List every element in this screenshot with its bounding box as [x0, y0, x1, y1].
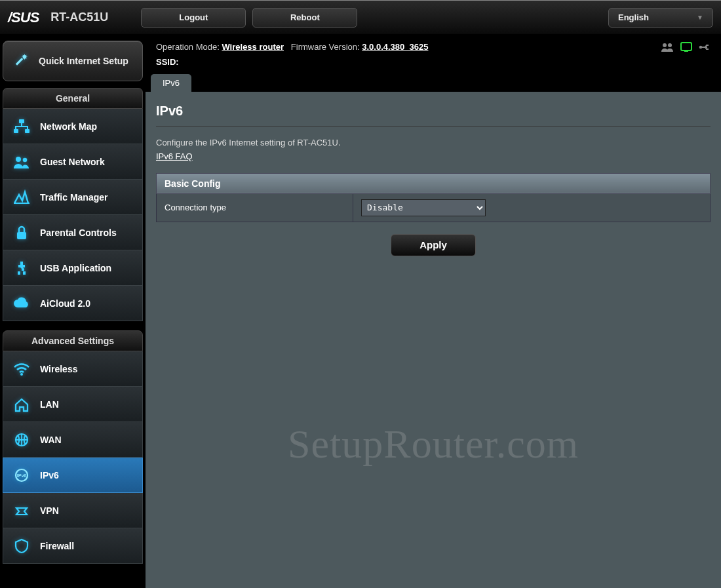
sidebar-item-label: Traffic Manager	[40, 192, 107, 203]
sidebar-item-wireless[interactable]: Wireless	[3, 351, 143, 387]
reboot-button[interactable]: Reboot	[252, 8, 357, 28]
page-title: IPv6	[156, 104, 711, 127]
content-area: Operation Mode: Wireless router Firmware…	[146, 34, 721, 588]
general-header: General	[3, 88, 143, 109]
status-icons	[661, 39, 711, 52]
sidebar-item-label: USB Application	[40, 263, 111, 273]
op-mode-label: Operation Mode:	[156, 42, 220, 52]
svg-point-11	[668, 43, 672, 47]
sidebar-item-label: Firewall	[40, 541, 74, 551]
asus-logo: /SUS	[8, 9, 39, 26]
svg-point-6	[20, 373, 23, 376]
basic-config-header: Basic Config	[157, 173, 711, 193]
ssid-label: SSID:	[156, 57, 179, 67]
sidebar-item-guest-network[interactable]: Guest Network	[3, 144, 143, 180]
tab-ipv6[interactable]: IPv6	[151, 74, 191, 92]
sidebar-item-traffic-manager[interactable]: Traffic Manager	[3, 180, 143, 215]
clients-icon[interactable]	[661, 42, 674, 52]
vpn-icon	[11, 501, 32, 520]
sidebar-item-label: IPv6	[40, 470, 59, 480]
sidebar-item-network-map[interactable]: Network Map	[3, 109, 143, 144]
fw-label: Firmware Version:	[291, 42, 360, 52]
parental-controls-icon	[11, 223, 32, 243]
sidebar-item-label: Network Map	[40, 121, 97, 132]
sidebar-item-label: Guest Network	[40, 157, 105, 167]
sidebar-item-parental-controls[interactable]: Parental Controls	[3, 215, 143, 250]
lan-status-icon[interactable]	[680, 42, 692, 52]
svg-rect-5	[17, 232, 26, 239]
language-label: English	[618, 12, 649, 22]
sidebar-item-lan[interactable]: LAN	[3, 387, 143, 422]
svg-rect-1	[14, 129, 18, 133]
wan-icon	[11, 430, 32, 450]
advanced-header: Advanced Settings	[3, 330, 143, 351]
connection-type-select[interactable]: Disable	[361, 199, 486, 216]
svg-rect-0	[19, 119, 24, 123]
apply-button[interactable]: Apply	[391, 234, 476, 256]
sidebar-item-wan[interactable]: WAN	[3, 422, 143, 458]
wand-icon	[12, 52, 31, 70]
svg-rect-2	[25, 129, 29, 133]
sidebar-item-vpn[interactable]: VPN	[3, 493, 143, 528]
svg-text:IPv6: IPv6	[17, 473, 27, 478]
sidebar-item-label: VPN	[40, 505, 59, 516]
connection-type-label: Connection type	[157, 193, 353, 222]
svg-rect-12	[681, 43, 692, 50]
info-strip: Operation Mode: Wireless router Firmware…	[146, 34, 721, 71]
traffic-manager-icon	[11, 187, 32, 207]
network-map-icon	[11, 117, 32, 136]
sidebar-item-firewall[interactable]: Firewall	[3, 528, 143, 564]
svg-point-10	[663, 43, 667, 47]
sidebar-item-ipv6[interactable]: IPv6 IPv6	[3, 458, 143, 493]
sidebar: Quick Internet Setup General Network Map…	[0, 34, 146, 588]
panel: IPv6 Configure the IPv6 Internet setting…	[146, 92, 721, 268]
wireless-icon	[11, 359, 32, 379]
sidebar-item-label: LAN	[40, 399, 59, 410]
svg-point-3	[16, 157, 21, 162]
svg-point-14	[699, 46, 703, 49]
logout-button[interactable]: Logout	[141, 8, 246, 28]
sidebar-item-label: Parental Controls	[40, 227, 117, 238]
ipv6-faq-link[interactable]: IPv6 FAQ	[156, 151, 193, 161]
svg-rect-13	[684, 50, 688, 52]
usb-application-icon	[11, 258, 32, 278]
firewall-icon	[11, 536, 32, 556]
op-mode-value[interactable]: Wireless router	[222, 42, 284, 52]
aicloud-icon	[11, 294, 32, 313]
model-name: RT-AC51U	[50, 10, 108, 24]
guest-network-icon	[11, 152, 32, 172]
usb-status-icon[interactable]	[699, 43, 711, 52]
ipv6-icon: IPv6	[11, 465, 32, 485]
tabs: IPv6	[146, 71, 721, 92]
language-select[interactable]: English ▼	[608, 8, 713, 28]
sidebar-item-usb-application[interactable]: USB Application	[3, 250, 143, 286]
top-bar: /SUS RT-AC51U Logout Reboot English ▼	[0, 0, 721, 34]
sidebar-item-label: Wireless	[40, 364, 77, 374]
qis-label: Quick Internet Setup	[39, 56, 128, 67]
svg-point-4	[23, 157, 28, 162]
sidebar-item-label: WAN	[40, 435, 62, 445]
chevron-down-icon: ▼	[697, 14, 703, 21]
basic-config-table: Basic Config Connection type Disable	[156, 173, 711, 222]
watermark: SetupRouter.com	[146, 421, 721, 467]
quick-internet-setup-button[interactable]: Quick Internet Setup	[3, 41, 143, 81]
sidebar-item-label: AiCloud 2.0	[40, 298, 90, 309]
page-description: Configure the IPv6 Internet setting of R…	[156, 138, 711, 147]
fw-value[interactable]: 3.0.0.4.380_3625	[362, 42, 428, 52]
lan-icon	[11, 395, 32, 414]
sidebar-item-aicloud[interactable]: AiCloud 2.0	[3, 286, 143, 321]
